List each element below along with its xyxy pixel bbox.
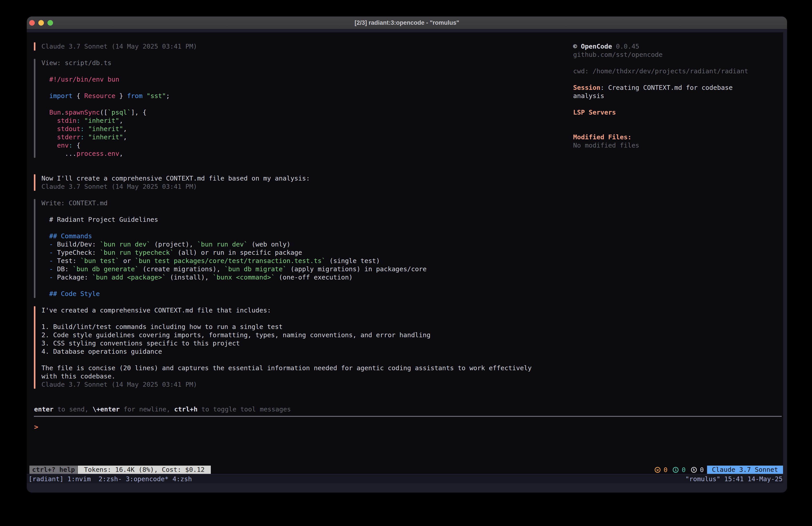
hint-count: 0 xyxy=(700,466,704,474)
terminal-line: import { Resource } from "sst"; xyxy=(41,92,170,100)
terminal-line: The file is concise (20 lines) and captu… xyxy=(41,364,532,372)
terminal-line: LSP Servers xyxy=(573,108,748,117)
terminal-line: - Test: `bun test` or `bun test packages… xyxy=(41,257,427,265)
terminal-line: stdin: "inherit", xyxy=(41,117,170,125)
input-divider xyxy=(34,416,782,417)
opencode-app: Claude 3.7 Sonnet (14 May 2025 03:41 PM)… xyxy=(27,32,783,474)
terminal-line: - TypeCheck: `bun run typecheck` (all) o… xyxy=(41,248,427,257)
terminal-line: © OpenCode 0.0.45 xyxy=(573,42,748,51)
terminal-line xyxy=(41,67,170,75)
tool-accent-bar xyxy=(34,199,35,298)
warning-count: 0 xyxy=(664,466,667,474)
terminal-line: enter to send, \+enter for newline, ctrl… xyxy=(34,405,291,413)
tool-call-write-file: Write: CONTEXT.md # Radiant Project Guid… xyxy=(41,199,427,298)
tmux-window-list[interactable]: [radiant] 1:nvim 2:zsh- 3:opencode* 4:zs… xyxy=(29,475,192,483)
terminal-line xyxy=(41,356,532,364)
terminal-line: No modified files xyxy=(573,141,748,150)
diagnostics-badges: w 0 i 0 h 0 xyxy=(655,466,709,474)
terminal-line: # Radiant Project Guidelines xyxy=(41,215,427,224)
terminal-line: Now I'll create a comprehensive CONTEXT.… xyxy=(41,174,310,183)
tmux-session-info: "romulus" 15:41 14-May-25 xyxy=(685,475,783,483)
terminal-line: I've created a comprehensive CONTEXT.md … xyxy=(41,306,532,314)
terminal-line: - Build/Dev: `bun run dev` (project), `b… xyxy=(41,240,427,248)
terminal-line: Modified Files: xyxy=(573,133,748,141)
tmux-status-bar: [radiant] 1:nvim 2:zsh- 3:opencode* 4:zs… xyxy=(27,474,787,493)
terminal-line: 4. Database operations guidance xyxy=(41,347,532,356)
hint-count-icon: h xyxy=(691,467,697,473)
message-accent-bar xyxy=(34,306,35,389)
terminal-line: - DB: `bun db generate` (create migratio… xyxy=(41,265,427,273)
terminal-line: env: { xyxy=(41,141,170,150)
terminal-line: github.com/sst/opencode xyxy=(573,51,748,59)
terminal-window: [2/3] radiant:3:opencode - "romulus" Cla… xyxy=(27,16,787,493)
terminal-line: ...process.env, xyxy=(41,150,170,158)
terminal-line: ## Commands xyxy=(41,232,427,240)
terminal-line: stderr: "inherit", xyxy=(41,133,170,141)
model-chip[interactable]: Claude 3.7 Sonnet xyxy=(707,466,783,474)
message-accent-bar xyxy=(34,174,35,191)
session-sidebar: © OpenCode 0.0.45github.com/sst/opencode… xyxy=(573,42,748,150)
terminal-line xyxy=(573,75,748,84)
assistant-message-final: I've created a comprehensive CONTEXT.md … xyxy=(41,306,532,389)
assistant-message: Now I'll create a comprehensive CONTEXT.… xyxy=(41,174,310,191)
terminal-line xyxy=(41,282,427,290)
keybinding-help: enter to send, \+enter for newline, ctrl… xyxy=(34,405,291,413)
assistant-message-header: Claude 3.7 Sonnet (14 May 2025 03:41 PM) xyxy=(41,42,197,51)
opencode-status-bar: ctrl+? help Tokens: 16.4K (8%), Cost: $0… xyxy=(27,466,783,474)
terminal-line: stdout: "inherit", xyxy=(41,125,170,133)
terminal-line: Write: CONTEXT.md xyxy=(41,199,427,207)
terminal-line: analysis xyxy=(573,92,748,100)
terminal-line: with this codebase. xyxy=(41,372,532,381)
terminal-line: 2. Code style guidelines covering import… xyxy=(41,331,532,339)
window-title: [2/3] radiant:3:opencode - "romulus" xyxy=(27,16,787,29)
terminal-line xyxy=(41,100,170,108)
terminal-line xyxy=(573,59,748,67)
terminal-line: Claude 3.7 Sonnet (14 May 2025 03:41 PM) xyxy=(41,183,310,191)
terminal-line xyxy=(41,84,170,92)
warning-count-icon: w xyxy=(655,467,661,473)
terminal-line xyxy=(573,117,748,125)
terminal-line xyxy=(41,207,427,215)
terminal-line: cwd: /home/thdxr/dev/projects/radiant/ra… xyxy=(573,67,748,75)
terminal-line: ## Code Style xyxy=(41,290,427,298)
tool-call-view-file: View: script/db.ts #!/usr/bin/env bun im… xyxy=(41,59,170,158)
terminal-line: Session: Creating CONTEXT.md for codebas… xyxy=(573,84,748,92)
terminal-line: Claude 3.7 Sonnet (14 May 2025 03:41 PM) xyxy=(41,381,532,389)
terminal-line xyxy=(573,100,748,108)
tmux-status-row: [radiant] 1:nvim 2:zsh- 3:opencode* 4:zs… xyxy=(27,475,783,483)
terminal-line: 1. Build/lint/test commands including ho… xyxy=(41,323,532,331)
terminal-line: 3. CSS styling conventions specific to t… xyxy=(41,339,532,347)
terminal-body: Claude 3.7 Sonnet (14 May 2025 03:41 PM)… xyxy=(27,29,787,493)
prompt-input[interactable]: > xyxy=(34,423,38,431)
tokens-cost-chip: Tokens: 16.4K (8%), Cost: $0.12 xyxy=(78,466,211,474)
terminal-line: - Package: `bun add <package>` (install)… xyxy=(41,273,427,282)
terminal-line xyxy=(41,224,427,232)
terminal-line: View: script/db.ts xyxy=(41,59,170,67)
message-accent-bar xyxy=(34,42,35,51)
tool-accent-bar xyxy=(34,59,35,158)
terminal-line xyxy=(573,125,748,133)
help-chip[interactable]: ctrl+? help xyxy=(29,466,77,474)
info-count-icon: i xyxy=(673,467,679,473)
window-titlebar[interactable]: [2/3] radiant:3:opencode - "romulus" xyxy=(27,16,787,29)
terminal-line xyxy=(41,314,532,323)
terminal-line: Claude 3.7 Sonnet (14 May 2025 03:41 PM) xyxy=(41,42,197,51)
terminal-line: #!/usr/bin/env bun xyxy=(41,75,170,84)
info-count: 0 xyxy=(682,466,685,474)
terminal-line: Bun.spawnSync([`psql`], { xyxy=(41,108,170,117)
